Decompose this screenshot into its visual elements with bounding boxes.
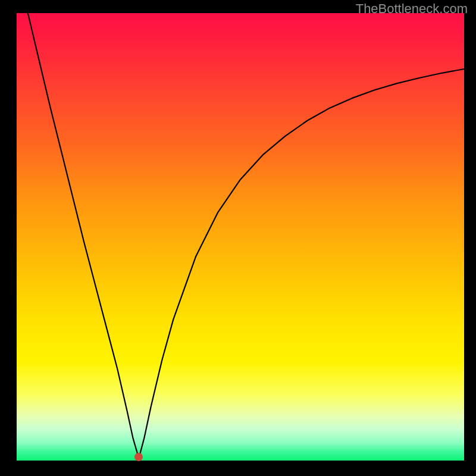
plot-area	[17, 13, 464, 461]
watermark-text: TheBottleneck.com	[356, 1, 468, 17]
curve-svg	[17, 13, 464, 461]
minimum-marker	[134, 453, 143, 461]
chart-frame: TheBottleneck.com	[0, 0, 476, 476]
bottleneck-curve	[28, 13, 464, 458]
